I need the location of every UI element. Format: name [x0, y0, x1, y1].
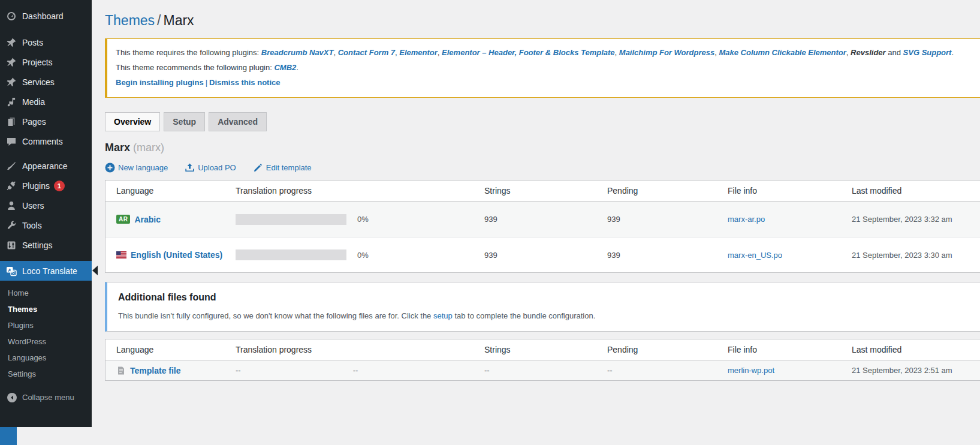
strings-count: -- — [484, 366, 607, 375]
notice-actions-line: Begin installing plugins|Dismiss this no… — [116, 75, 980, 90]
table-row-template-file: Template file -- -- -- -- merlin-wp.pot … — [105, 360, 980, 380]
pending-count: 939 — [607, 251, 728, 260]
sidebar-item-label: Tools — [22, 221, 42, 230]
plugins-update-badge: 1 — [54, 181, 65, 191]
col-pending: Pending — [607, 186, 728, 196]
strings-count: 939 — [484, 251, 607, 260]
translate-icon: A — [5, 265, 17, 277]
pencil-icon — [253, 163, 263, 173]
col-last-modified: Last modified — [852, 345, 980, 354]
tab-advanced[interactable]: Advanced — [209, 112, 267, 131]
po-file-link[interactable]: marx-ar.po — [728, 215, 765, 224]
col-progress: Translation progress — [236, 186, 484, 196]
pending-count: -- — [607, 366, 728, 375]
dismiss-notice-link[interactable]: Dismiss this notice — [209, 78, 280, 87]
bundle-slug: (marx) — [133, 142, 164, 154]
sidebar-item-tools[interactable]: Tools — [0, 215, 92, 235]
col-progress: Translation progress — [236, 345, 484, 354]
pending-count: 939 — [607, 215, 728, 224]
upload-icon — [185, 163, 195, 173]
col-language: Language — [116, 186, 236, 196]
plus-circle-icon — [105, 163, 115, 173]
breadcrumb-themes-link[interactable]: Themes — [105, 13, 155, 28]
breadcrumb-separator: / — [155, 13, 163, 28]
additional-files-description: This bundle isn't fully configured, so w… — [118, 311, 980, 320]
template-file-link[interactable]: Template file — [130, 366, 181, 375]
submenu-item-home[interactable]: Home — [0, 285, 92, 301]
tools-icon — [5, 220, 17, 231]
main-content: Themes/Marx This theme requires the foll… — [92, 0, 980, 445]
plugin-link[interactable]: Contact Form 7 — [338, 48, 395, 57]
plugin-link-cmb2[interactable]: CMB2 — [274, 63, 296, 72]
pot-file-link[interactable]: merlin-wp.pot — [728, 366, 774, 375]
plugin-link[interactable]: Make Column Clickable Elementor — [719, 48, 846, 57]
tgmpa-plugin-notice: This theme requires the following plugin… — [105, 38, 980, 98]
col-strings: Strings — [484, 345, 607, 354]
sidebar-item-plugins[interactable]: Plugins 1 — [0, 176, 92, 196]
sidebar-item-settings[interactable]: Settings — [0, 235, 92, 255]
collapse-menu-button[interactable]: Collapse menu — [0, 387, 92, 407]
progress-percent: 0% — [357, 251, 369, 260]
notice-required-line: This theme requires the following plugin… — [116, 45, 980, 60]
submenu-item-wordpress[interactable]: WordPress — [0, 333, 92, 350]
collapse-arrow-icon — [7, 392, 17, 403]
language-link[interactable]: English (United States) — [131, 250, 222, 260]
comments-icon — [5, 136, 17, 148]
sidebar-item-loco-translate[interactable]: A Loco Translate — [0, 261, 92, 281]
dashboard-icon — [5, 10, 17, 22]
submenu-item-languages[interactable]: Languages — [0, 350, 92, 366]
strings-count: 939 — [484, 215, 607, 224]
edit-template-button[interactable]: Edit template — [253, 163, 312, 173]
sidebar-item-media[interactable]: Media — [0, 92, 92, 112]
plugin-link[interactable]: Breadcrumb NavXT — [261, 48, 334, 57]
pages-icon — [5, 116, 17, 128]
page-title: Marx — [163, 13, 194, 28]
bundle-actions: New language Upload PO Edit template — [105, 163, 980, 173]
us-flag-icon — [116, 251, 126, 258]
last-modified-date: 21 September, 2023 3:32 am — [852, 215, 980, 224]
col-last-modified: Last modified — [852, 186, 980, 196]
document-icon — [116, 366, 126, 375]
sidebar-item-projects[interactable]: Projects — [0, 52, 92, 72]
translations-table: Language Translation progress Strings Pe… — [105, 180, 980, 273]
settings-icon — [5, 239, 17, 251]
begin-installing-plugins-link[interactable]: Begin installing plugins — [116, 78, 204, 87]
sidebar-item-label: Plugins — [22, 181, 50, 191]
plugin-name-revslider: Revslider — [851, 48, 886, 57]
upload-po-button[interactable]: Upload PO — [185, 163, 236, 173]
media-icon — [5, 96, 17, 108]
submenu-item-themes[interactable]: Themes — [0, 301, 92, 317]
plugin-link[interactable]: Elementor — [399, 48, 438, 57]
table-header-row: Language Translation progress Strings Pe… — [105, 181, 980, 202]
sidebar-item-dashboard[interactable]: Dashboard — [0, 6, 92, 26]
new-language-button[interactable]: New language — [105, 163, 168, 173]
plugin-link[interactable]: Mailchimp For Wordpress — [619, 48, 714, 57]
plugin-link[interactable]: SVG Support — [903, 48, 952, 57]
language-link[interactable]: Arabic — [134, 215, 161, 224]
sidebar-item-label: Services — [22, 77, 55, 87]
tab-overview[interactable]: Overview — [105, 112, 160, 131]
sidebar-item-label: Posts — [22, 38, 43, 47]
additional-files-panel: Additional files found This bundle isn't… — [105, 282, 980, 332]
sidebar-item-label: Projects — [22, 58, 53, 67]
sidebar-item-appearance[interactable]: Appearance — [0, 156, 92, 176]
submenu-item-plugins[interactable]: Plugins — [0, 317, 92, 333]
submenu-item-settings[interactable]: Settings — [0, 366, 92, 382]
tab-setup[interactable]: Setup — [164, 112, 205, 131]
sidebar-item-posts[interactable]: Posts — [0, 32, 92, 52]
plugins-icon — [5, 180, 17, 192]
admin-sidebar: Dashboard Posts Projects Services Media … — [0, 0, 92, 427]
table-row-english-us: English (United States) 0% 939 939 marx-… — [105, 237, 980, 272]
sidebar-item-label: Users — [22, 201, 44, 211]
sidebar-item-pages[interactable]: Pages — [0, 112, 92, 131]
po-file-link[interactable]: marx-en_US.po — [728, 251, 782, 260]
plugin-link[interactable]: Elementor – Header, Footer & Blocks Temp… — [442, 48, 615, 57]
sidebar-item-label: Media — [22, 97, 45, 107]
col-file-info: File info — [728, 345, 852, 354]
appearance-icon — [5, 160, 17, 172]
setup-tab-link[interactable]: setup — [433, 311, 453, 320]
sidebar-item-comments[interactable]: Comments — [0, 131, 92, 151]
sidebar-item-users[interactable]: Users — [0, 196, 92, 215]
col-strings: Strings — [484, 186, 607, 196]
sidebar-item-services[interactable]: Services — [0, 72, 92, 92]
